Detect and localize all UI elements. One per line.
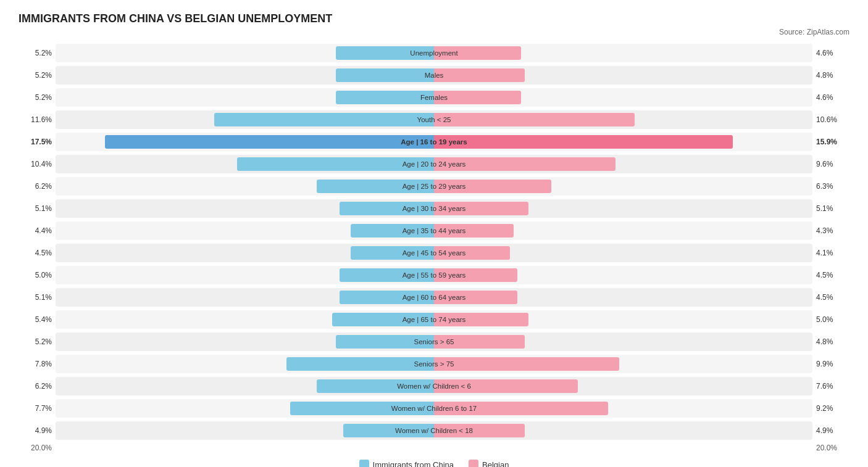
right-value: 4.5% (812, 293, 849, 302)
right-value: 6.3% (812, 182, 849, 191)
right-value: 4.9% (812, 426, 849, 435)
chart-container: 5.2%Unemployment4.6%5.2%Males4.8%5.2%Fem… (19, 43, 849, 441)
chart-row: 5.4%Age | 65 to 74 years5.0% (19, 309, 849, 330)
center-label: Age | 65 to 74 years (403, 316, 466, 323)
blue-bar (214, 113, 434, 126)
center-label: Age | 35 to 44 years (403, 227, 466, 234)
center-label: Females (420, 94, 448, 101)
bar-area: Age | 55 to 59 years (56, 266, 812, 284)
axis-right-value: 20.0% (812, 444, 849, 452)
left-value: 5.2% (19, 71, 56, 80)
chart-title: IMMIGRANTS FROM CHINA VS BELGIAN UNEMPLO… (19, 12, 849, 25)
chart-row: 7.7%Women w/ Children 6 to 179.2% (19, 398, 849, 419)
pink-bar (434, 113, 635, 126)
left-value: 5.0% (19, 271, 56, 279)
pink-bar (434, 135, 733, 149)
left-value: 5.1% (19, 204, 56, 213)
left-value: 10.4% (19, 160, 56, 168)
chart-row: 11.6%Youth < 2510.6% (19, 109, 849, 130)
legend-belgian-box (469, 460, 478, 467)
bar-area: Age | 65 to 74 years (56, 310, 812, 329)
left-value: 5.2% (19, 49, 56, 57)
left-value: 17.5% (19, 138, 56, 146)
axis-row: 20.0% 20.0% (19, 444, 849, 452)
chart-row: 5.0%Age | 55 to 59 years4.5% (19, 265, 849, 286)
bar-area: Seniors > 75 (56, 355, 812, 373)
left-value: 5.4% (19, 315, 56, 324)
left-value: 7.7% (19, 404, 56, 413)
right-value: 5.0% (812, 315, 849, 324)
chart-row: 5.1%Age | 30 to 34 years5.1% (19, 198, 849, 219)
bar-area: Females (56, 88, 812, 107)
bar-area: Women w/ Children < 18 (56, 421, 812, 440)
chart-row: 5.2%Unemployment4.6% (19, 43, 849, 64)
right-value: 4.8% (812, 337, 849, 346)
legend-belgian-label: Belgian (482, 460, 509, 468)
chart-row: 6.2%Age | 25 to 29 years6.3% (19, 176, 849, 197)
center-label: Age | 30 to 34 years (403, 205, 466, 212)
bar-area: Age | 45 to 54 years (56, 244, 812, 262)
right-value: 9.9% (812, 360, 849, 368)
right-value: 4.8% (812, 71, 849, 80)
center-label: Seniors > 65 (414, 338, 454, 345)
center-label: Age | 45 to 54 years (403, 249, 466, 257)
chart-row: 5.2%Males4.8% (19, 65, 849, 86)
bar-area: Males (56, 66, 812, 85)
pink-bar (434, 68, 525, 82)
right-value: 4.1% (812, 249, 849, 257)
chart-row: 4.4%Age | 35 to 44 years4.3% (19, 220, 849, 241)
center-label: Youth < 25 (417, 116, 451, 123)
bar-area: Seniors > 65 (56, 333, 812, 351)
chart-row: 5.2%Females4.6% (19, 87, 849, 108)
left-value: 11.6% (19, 115, 56, 124)
center-label: Age | 60 to 64 years (403, 294, 466, 301)
bar-area: Age | 30 to 34 years (56, 199, 812, 218)
right-value: 4.3% (812, 226, 849, 235)
bar-area: Youth < 25 (56, 110, 812, 129)
legend-belgian: Belgian (469, 460, 509, 467)
bar-area: Age | 25 to 29 years (56, 177, 812, 196)
blue-bar (105, 135, 434, 149)
bar-area: Age | 20 to 24 years (56, 155, 812, 173)
right-value: 4.5% (812, 271, 849, 279)
center-label: Males (425, 72, 444, 79)
center-label: Unemployment (410, 49, 457, 57)
center-label: Women w/ Children 6 to 17 (391, 405, 477, 412)
chart-row: 5.2%Seniors > 654.8% (19, 331, 849, 352)
chart-row: 7.8%Seniors > 759.9% (19, 353, 849, 374)
bar-area: Women w/ Children < 6 (56, 377, 812, 395)
center-label: Age | 55 to 59 years (403, 271, 466, 279)
pink-bar (434, 357, 619, 371)
blue-bar (336, 91, 434, 104)
bar-area: Age | 60 to 64 years (56, 288, 812, 307)
chart-row: 10.4%Age | 20 to 24 years9.6% (19, 154, 849, 175)
bar-area: Age | 35 to 44 years (56, 221, 812, 240)
left-value: 4.5% (19, 249, 56, 257)
center-label: Age | 20 to 24 years (403, 160, 466, 168)
right-value: 5.1% (812, 204, 849, 213)
chart-row: 4.9%Women w/ Children < 184.9% (19, 420, 849, 441)
blue-bar (336, 68, 434, 82)
bar-area: Age | 16 to 19 years (56, 133, 812, 151)
center-label: Age | 16 to 19 years (401, 138, 467, 146)
bar-area: Women w/ Children 6 to 17 (56, 399, 812, 418)
axis-left-value: 20.0% (19, 444, 56, 452)
chart-row: 17.5%Age | 16 to 19 years15.9% (19, 131, 849, 152)
left-value: 5.2% (19, 93, 56, 102)
chart-row: 4.5%Age | 45 to 54 years4.1% (19, 242, 849, 263)
center-label: Women w/ Children < 6 (397, 382, 471, 390)
right-value: 10.6% (812, 115, 849, 124)
left-value: 4.4% (19, 226, 56, 235)
right-value: 9.2% (812, 404, 849, 413)
left-value: 5.1% (19, 293, 56, 302)
legend: Immigrants from China Belgian (19, 460, 849, 467)
left-value: 7.8% (19, 360, 56, 368)
right-value: 7.6% (812, 382, 849, 391)
source-label: Source: ZipAtlas.com (19, 28, 849, 36)
right-value: 4.6% (812, 93, 849, 102)
left-value: 5.2% (19, 337, 56, 346)
center-label: Seniors > 75 (414, 360, 454, 368)
legend-china-label: Immigrants from China (373, 460, 454, 468)
right-value: 4.6% (812, 49, 849, 57)
chart-row: 5.1%Age | 60 to 64 years4.5% (19, 287, 849, 308)
